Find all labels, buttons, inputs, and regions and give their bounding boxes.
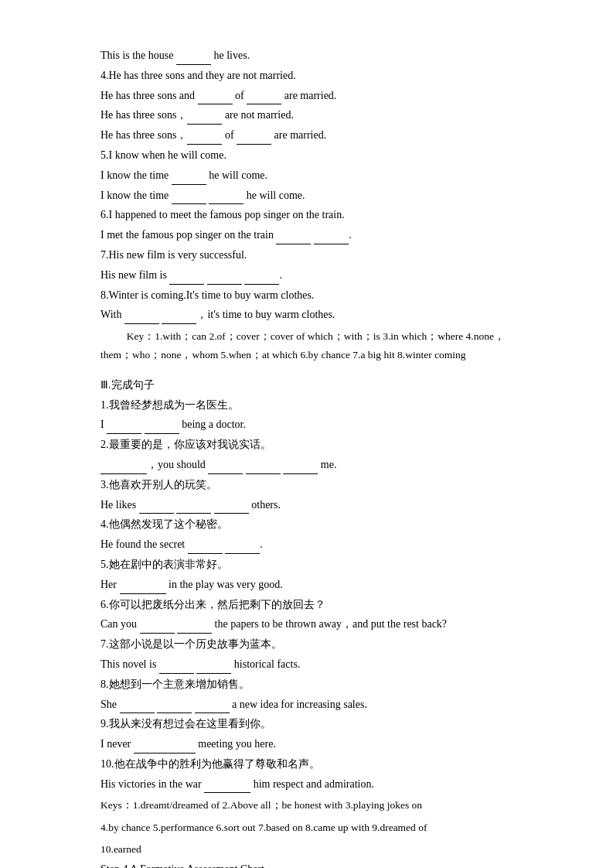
ex2-chinese: 最重要的是，你应该对我说实话。 — [109, 439, 271, 450]
blank-ex4-1 — [188, 543, 223, 554]
ex6-english: Can you the papers to be thrown away，and… — [100, 615, 536, 634]
blank-3 — [247, 94, 281, 104]
blank-ex7-1 — [159, 663, 194, 674]
page: This is the house he lives. 4.He has thr… — [0, 0, 613, 868]
blank-9 — [209, 193, 243, 204]
line-4c: He has three sons， of are married. — [100, 126, 536, 145]
blank-12 — [169, 274, 204, 285]
ex7-num-chinese: 7.这部小说是以一个历史故事为蓝本。 — [100, 635, 536, 654]
ex1-chinese: 我曾经梦想成为一名医生。 — [109, 399, 239, 411]
line-6-intro: 6.I happened to meet the famous pop sing… — [100, 206, 536, 224]
ex5-chinese: 她在剧中的表演非常好。 — [109, 559, 228, 570]
blank-ex8-1 — [120, 702, 155, 713]
section3-title-text: Ⅲ.完成句子 — [100, 379, 155, 391]
ex1-num-chinese: 1.我曾经梦想成为一名医生。 — [100, 396, 536, 415]
key-section1: Key：1.with；can 2.of；cover；cover of which… — [100, 327, 536, 365]
key-section2-line1: Keys：1.dreamt/dreamed of 2.Above all；be … — [100, 796, 536, 815]
blank-ex1-1 — [107, 423, 141, 434]
ex6-chinese: 你可以把废纸分出来，然后把剩下的放回去？ — [109, 599, 325, 610]
blank-ex6-2 — [177, 623, 212, 634]
line-4b: He has three sons， are not married. — [100, 106, 536, 125]
line-6a: I met the famous pop singer on the train… — [100, 226, 536, 244]
blank-4 — [187, 114, 222, 125]
ex10-num-chinese: 10.他在战争中的胜利为他赢得了尊敬和名声。 — [100, 755, 536, 774]
blank-ex2-1 — [100, 463, 147, 474]
ex5-num-chinese: 5.她在剧中的表演非常好。 — [100, 555, 536, 574]
ex3-num-chinese: 3.他喜欢开别人的玩笑。 — [100, 476, 536, 494]
blank-ex8-2 — [157, 702, 192, 713]
line-5a: I know the time he will come. — [100, 166, 536, 185]
line-this-is-house: This is the house he lives. — [100, 46, 536, 65]
section3-title: Ⅲ.完成句子 — [100, 376, 536, 395]
content: This is the house he lives. 4.He has thr… — [100, 46, 536, 868]
ex1-english: I being a doctor. — [100, 415, 536, 434]
ex8-num-chinese: 8.她想到一个主意来增加销售。 — [100, 675, 536, 694]
blank-13 — [207, 274, 242, 285]
ex7-english: This novel is historical facts. — [100, 655, 536, 674]
blank-ex3-2 — [176, 503, 211, 514]
line-7a: His new film is . — [100, 266, 536, 285]
blank-1 — [176, 54, 211, 65]
ex10-english: His victories in the war him respect and… — [100, 775, 536, 794]
ex7-chinese: 这部小说是以一个历史故事为蓝本。 — [109, 638, 282, 650]
line-8a: With ，it's time to buy warm clothes. — [100, 306, 536, 324]
ex6-num-chinese: 6.你可以把废纸分出来，然后把剩下的放回去？ — [100, 596, 536, 614]
line-4a: He has three sons and of are married. — [100, 87, 536, 105]
blank-ex3-3 — [214, 503, 249, 514]
blank-10 — [276, 234, 311, 244]
ex9-english: I never meeting you here. — [100, 735, 536, 754]
ex2-num-chinese: 2.最重要的是，你应该对我说实话。 — [100, 436, 536, 454]
blank-16 — [162, 313, 196, 324]
line-7-intro: 7.His new film is very successful. — [100, 246, 536, 265]
ex3-english: He likes others. — [100, 496, 536, 514]
ex4-num-chinese: 4.他偶然发现了这个秘密。 — [100, 515, 536, 534]
blank-ex4-2 — [225, 543, 260, 554]
blank-ex3-1 — [139, 503, 174, 514]
blank-ex2-3 — [246, 463, 281, 474]
blank-2 — [198, 94, 233, 104]
line-4-intro: 4.He has three sons and they are not mar… — [100, 67, 536, 85]
ex9-chinese: 我从来没有想过会在这里看到你。 — [109, 718, 271, 730]
blank-14 — [244, 274, 279, 285]
ex5-english: Her in the play was very good. — [100, 576, 536, 594]
blank-ex6-1 — [140, 623, 175, 634]
blank-ex5-1 — [120, 583, 166, 594]
blank-ex2-2 — [208, 463, 243, 474]
key-section2-line3: 10.earned — [100, 840, 536, 859]
blank-8 — [172, 193, 206, 204]
ex4-english: He found the secret . — [100, 535, 536, 554]
ex3-chinese: 他喜欢开别人的玩笑。 — [109, 479, 217, 490]
ex4-chinese: 他偶然发现了这个秘密。 — [109, 518, 228, 530]
step4-title: Step 4 A Formative Assessment Chart — [100, 860, 536, 868]
line-8-intro: 8.Winter is coming.It's time to buy warm… — [100, 286, 536, 305]
blank-ex1-2 — [145, 423, 179, 434]
ex9-num-chinese: 9.我从来没有想过会在这里看到你。 — [100, 715, 536, 733]
ex2-english: ，you should me. — [100, 456, 536, 474]
blank-15 — [124, 313, 159, 324]
blank-ex9-1 — [134, 743, 196, 754]
ex10-chinese: 他在战争中的胜利为他赢得了尊敬和名声。 — [114, 758, 320, 770]
key-section2-line2: 4.by chance 5.performance 6.sort out 7.b… — [100, 818, 536, 837]
blank-11 — [314, 234, 349, 244]
blank-ex7-2 — [196, 663, 231, 674]
blank-7 — [172, 174, 206, 185]
ex8-english: She a new idea for increasing sales. — [100, 695, 536, 714]
blank-6 — [237, 134, 271, 145]
blank-ex10-1 — [204, 782, 250, 793]
line-5b: I know the time he will come. — [100, 186, 536, 205]
ex8-chinese: 她想到一个主意来增加销售。 — [109, 678, 250, 690]
blank-ex8-3 — [195, 702, 230, 713]
line-5-intro: 5.I know when he will come. — [100, 146, 536, 165]
blank-ex2-4 — [283, 463, 318, 474]
blank-5 — [187, 134, 222, 145]
